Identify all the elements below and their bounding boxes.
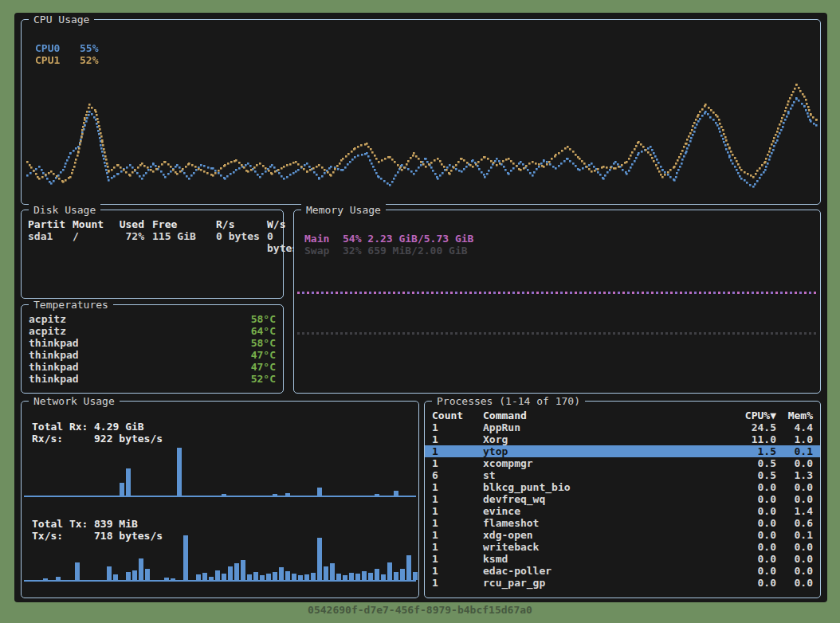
disk-col-header: Used	[109, 218, 144, 230]
disk-row: sda1/72%115 GiB0 bytes0 bytes	[22, 230, 283, 242]
desktop: { "app": { "name": "ytop system monitor"…	[0, 0, 840, 623]
process-cell: edac-poller	[483, 565, 732, 577]
process-cell: 0.0	[776, 553, 813, 565]
process-cell: rcu_par_gp	[483, 577, 732, 589]
process-cell: 0.0	[732, 481, 776, 493]
memory-readout: Main 54% 2.23 GiB/5.73 GiB Swap 32% 659 …	[304, 233, 473, 257]
disk-usage-panel: Disk Usage PartitMountUsedFreeR/sW/s sda…	[21, 210, 284, 299]
process-table-header: CountCommandCPU%▼Mem%	[425, 409, 820, 421]
sparkline-bar	[241, 560, 245, 580]
process-cell: 0.1	[776, 445, 813, 457]
sparkline-bar	[317, 538, 322, 580]
process-row[interactable]: 1devfreq_wq0.00.0	[425, 493, 820, 505]
sparkline-bar	[222, 574, 226, 580]
process-cell: Xorg	[483, 433, 732, 445]
temperature-sensor-label: acpitz	[29, 313, 66, 325]
network-tx-total-row: Total Tx: 839 MiB	[32, 518, 163, 530]
disk-cell: sda1	[28, 230, 73, 254]
temperature-row: acpitz58°C	[22, 313, 283, 325]
sparkline-bar	[311, 573, 316, 580]
network-rx-total-value: 4.29 GiB	[94, 421, 144, 433]
disk-panel-title: Disk Usage	[29, 204, 100, 216]
process-row[interactable]: 1AppRun24.54.4	[425, 421, 820, 433]
process-row[interactable]: 1writeback0.00.0	[425, 541, 820, 553]
process-cell: 1	[432, 457, 483, 469]
network-rx-total-label: Total Rx:	[32, 421, 94, 433]
temperatures-panel: Temperatures acpitz58°Cacpitz64°Cthinkpa…	[21, 304, 284, 394]
process-cell: devfreq_wq	[483, 493, 732, 505]
process-cell: 1	[432, 577, 483, 589]
ytop-terminal: CPU Usage CPU0 55% CPU1 52% Disk Usage P…	[14, 13, 827, 602]
disk-table-header: PartitMountUsedFreeR/sW/s	[22, 218, 283, 230]
sparkline-bar	[171, 578, 175, 580]
disk-cell: 72%	[109, 230, 144, 254]
process-cell: 1	[432, 445, 483, 457]
process-cell: 1	[432, 553, 483, 565]
cpu1-label: CPU1	[35, 54, 80, 66]
sparkline-bar	[202, 573, 207, 580]
cpu1-value: 52%	[80, 54, 98, 66]
sparkline-bar	[228, 566, 233, 580]
temperatures-list: acpitz58°Cacpitz64°Cthinkpad58°Cthinkpad…	[22, 313, 283, 385]
sparkline-bar	[260, 575, 265, 580]
network-tx-total-value: 839 MiB	[94, 518, 138, 530]
network-tx-total-label: Total Tx:	[32, 518, 94, 530]
network-panel-title: Network Usage	[29, 395, 120, 407]
process-cell: 0.0	[732, 577, 776, 589]
network-rx-rate-label: Rx/s:	[32, 433, 94, 445]
sparkline-bar	[375, 494, 379, 496]
process-cell: 1	[432, 505, 483, 517]
sparkline-bar	[304, 574, 309, 580]
network-rx-readout: Total Rx: 4.29 GiB Rx/s: 922 bytes/s	[32, 421, 163, 445]
process-cell: 1	[432, 517, 483, 529]
sparkline-bar	[164, 578, 169, 580]
memory-swap-history-line	[297, 332, 817, 335]
temperature-value: 58°C	[251, 337, 276, 349]
process-cell: 1.4	[776, 505, 813, 517]
process-row[interactable]: 6st0.51.3	[425, 469, 820, 481]
memory-main-history-line	[297, 292, 817, 294]
process-row-selected[interactable]: 1ytop1.50.1	[425, 445, 820, 457]
sparkline-bar	[292, 574, 296, 580]
process-cell: 0.0	[732, 505, 776, 517]
temperature-sensor-label: thinkpad	[29, 349, 79, 361]
process-row[interactable]: 1xcompmgr0.50.0	[425, 457, 820, 469]
process-cell: 0.0	[732, 541, 776, 553]
process-cell: 0.5	[732, 457, 776, 469]
process-row[interactable]: 1rcu_par_gp0.00.0	[425, 577, 820, 589]
memory-main-value: 54% 2.23 GiB/5.73 GiB	[343, 233, 473, 245]
sparkline-bar	[285, 493, 290, 496]
process-col-header: CPU%▼	[732, 409, 776, 421]
memory-swap-row: Swap 32% 659 MiB/2.00 GiB	[304, 245, 473, 257]
sparkline-bar	[209, 577, 214, 580]
disk-cell: /	[73, 230, 109, 254]
sparkline-bar	[279, 567, 284, 580]
process-row[interactable]: 1evince0.01.4	[425, 505, 820, 517]
sparkline-bar	[120, 483, 124, 496]
cpu-legend: CPU0 55% CPU1 52%	[35, 42, 98, 66]
process-row[interactable]: 1edac-poller0.00.0	[425, 565, 820, 577]
cpu-history-chart	[22, 21, 819, 203]
process-cell: blkcg_punt_bio	[483, 481, 732, 493]
process-row[interactable]: 1ksmd0.00.0	[425, 553, 820, 565]
process-row[interactable]: 1xdg-open0.00.1	[425, 529, 820, 541]
process-row[interactable]: 1blkcg_punt_bio0.00.0	[425, 481, 820, 493]
process-row[interactable]: 1Xorg11.01.0	[425, 433, 820, 445]
network-rx-sparkline	[24, 446, 416, 497]
sparkline-bar	[247, 574, 252, 580]
process-cell: 0.0	[776, 457, 813, 469]
process-cell: 1	[432, 565, 483, 577]
disk-cell: 115 GiB	[144, 230, 216, 254]
process-cell: 1.5	[732, 445, 776, 457]
disk-col-header: Mount	[73, 218, 109, 230]
network-rx-rate-value: 922 bytes/s	[94, 433, 163, 445]
memory-swap-value: 32% 659 MiB/2.00 GiB	[343, 245, 468, 257]
sparkline-bar	[177, 448, 182, 496]
process-cell: 0.0	[732, 529, 776, 541]
process-row[interactable]: 1flameshot0.00.6	[425, 517, 820, 529]
sparkline-bar	[406, 555, 411, 580]
sparkline-bar	[349, 573, 354, 580]
process-cell: 0.0	[732, 493, 776, 505]
memory-swap-label: Swap	[304, 245, 343, 257]
process-cell: 1.0	[776, 433, 813, 445]
